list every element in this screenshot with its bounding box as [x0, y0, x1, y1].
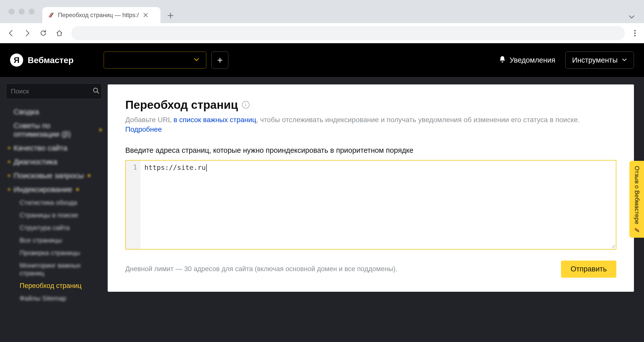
content-card: Переобход страниц i Добавьте URL в списо… — [108, 84, 634, 292]
sidebar-sub-important-pages-monitor[interactable]: Мониторинг важных страниц — [6, 260, 102, 278]
feedback-tab[interactable]: Отзыв о Вебмастере — [629, 161, 644, 238]
line-number: 1 — [133, 164, 137, 171]
sidebar-sub-crawl-stats[interactable]: Статистика обхода — [6, 198, 102, 208]
sidebar-item-label: Диагностика — [14, 158, 57, 166]
window-close-dot[interactable] — [9, 9, 15, 15]
tab-title: Переобход страниц — https:/ — [58, 12, 139, 19]
sidebar-item-search-queries[interactable]: Поисковые запросы — [6, 170, 102, 181]
nav-forward-button[interactable] — [20, 26, 34, 40]
sidebar-sub-site-structure[interactable]: Структура сайта — [6, 223, 102, 233]
sidebar-search-input[interactable] — [11, 87, 93, 95]
browser-more-button[interactable] — [630, 26, 640, 40]
browser-nav-bar — [0, 23, 644, 43]
svg-point-2 — [634, 35, 636, 36]
window-controls — [4, 0, 42, 23]
site-selector[interactable] — [104, 52, 206, 69]
submit-button[interactable]: Отправить — [561, 261, 616, 278]
brand[interactable]: Я Вебмастер — [10, 54, 73, 67]
sidebar-sub-pages-in-search[interactable]: Страницы в поиске — [6, 210, 102, 220]
sidebar-item-site-quality[interactable]: Качество сайта — [6, 142, 102, 154]
window-maximize-dot[interactable] — [29, 9, 35, 15]
tabs-dropdown-button[interactable] — [625, 11, 638, 23]
url-input-value: https://site.ru — [144, 164, 206, 171]
sidebar-sub-sitemap-files[interactable]: Файлы Sitemap — [6, 293, 102, 304]
line-number-gutter: 1 — [126, 161, 140, 249]
sidebar-item-label: Сводка — [14, 108, 39, 116]
link-important-pages[interactable]: в список важных страниц — [174, 116, 256, 124]
url-textarea[interactable]: 1 https://site.ru — [125, 160, 616, 250]
info-icon[interactable]: i — [242, 101, 250, 109]
nav-home-button[interactable] — [52, 26, 66, 40]
url-field-label: Введите адреса страниц, которые нужно пр… — [125, 146, 616, 155]
sidebar-item-label: Индексирование — [14, 185, 72, 194]
badge-dot-icon — [76, 188, 79, 191]
wand-icon — [634, 226, 640, 233]
svg-point-0 — [634, 30, 636, 31]
text-caret-icon — [206, 164, 207, 172]
main-area: Переобход страниц i Добавьте URL в списо… — [108, 77, 644, 342]
url-bar[interactable] — [71, 26, 625, 40]
brand-logo-icon: Я — [10, 54, 23, 67]
subtitle-prefix: Добавьте URL — [125, 116, 174, 124]
daily-limit-text: Дневной лимит — 30 адресов для сайта (вк… — [125, 265, 397, 273]
window-minimize-dot[interactable] — [19, 9, 25, 15]
plus-icon: + — [217, 55, 223, 66]
sidebar-item-indexing[interactable]: Индексирование — [6, 184, 102, 195]
app-header: Я Вебмастер + Уведомления Инструменты — [0, 43, 644, 77]
tab-favicon-icon — [48, 12, 54, 18]
nav-reload-button[interactable] — [36, 26, 50, 40]
feedback-label: Отзыв о Вебмастере — [633, 166, 640, 224]
notifications-button[interactable]: Уведомления — [499, 56, 555, 65]
search-icon — [93, 87, 100, 95]
tab-close-icon[interactable] — [142, 12, 149, 18]
sidebar-nav: Сводка Советы по оптимизации (β) Качеств… — [6, 106, 102, 304]
sidebar-item-seo-tips[interactable]: Советы по оптимизации (β) — [6, 120, 102, 140]
page-subtitle: Добавьте URL в список важных страниц, чт… — [125, 115, 616, 134]
browser-tab-active[interactable]: Переобход страниц — https:/ — [42, 7, 160, 23]
sidebar-sub-recrawl[interactable]: Переобход страниц — [6, 281, 102, 291]
link-learn-more[interactable]: Подробнее — [125, 125, 162, 133]
tools-dropdown[interactable]: Инструменты — [565, 52, 634, 69]
sidebar-item-label: Качество сайта — [14, 144, 67, 152]
url-input-area[interactable]: https://site.ru — [140, 161, 616, 249]
sidebar-item-summary[interactable]: Сводка — [6, 106, 102, 118]
sidebar-sub-all-pages[interactable]: Все страницы — [6, 235, 102, 246]
badge-dot-icon — [99, 129, 102, 131]
page-title: Переобход страниц — [125, 98, 238, 112]
subtitle-middle: , чтобы отслеживать индексирование и пол… — [256, 116, 580, 124]
chevron-down-icon — [193, 57, 199, 64]
sidebar-sub-page-check[interactable]: Проверка страницы — [6, 248, 102, 258]
badge-dot-icon — [88, 174, 90, 177]
new-tab-button[interactable] — [163, 8, 178, 23]
sidebar: Сводка Советы по оптимизации (β) Качеств… — [0, 77, 108, 342]
tab-strip: Переобход страниц — https:/ — [0, 0, 644, 23]
chevron-down-icon — [622, 56, 627, 64]
app-body: Сводка Советы по оптимизации (β) Качеств… — [0, 77, 644, 342]
sidebar-item-label: Советы по оптимизации (β) — [14, 121, 95, 138]
svg-point-1 — [634, 32, 636, 34]
browser-chrome: Переобход страниц — https:/ — [0, 0, 644, 43]
nav-back-button[interactable] — [4, 26, 18, 40]
resize-handle-icon[interactable] — [610, 243, 615, 248]
tools-label: Инструменты — [572, 56, 618, 64]
brand-name: Вебмастер — [28, 55, 73, 65]
add-site-button[interactable]: + — [211, 52, 228, 69]
sidebar-item-diagnostics[interactable]: Диагностика — [6, 156, 102, 168]
bell-icon — [499, 56, 506, 65]
sidebar-item-label: Поисковые запросы — [14, 171, 84, 180]
sidebar-search[interactable] — [6, 83, 102, 99]
notifications-label: Уведомления — [510, 56, 555, 64]
